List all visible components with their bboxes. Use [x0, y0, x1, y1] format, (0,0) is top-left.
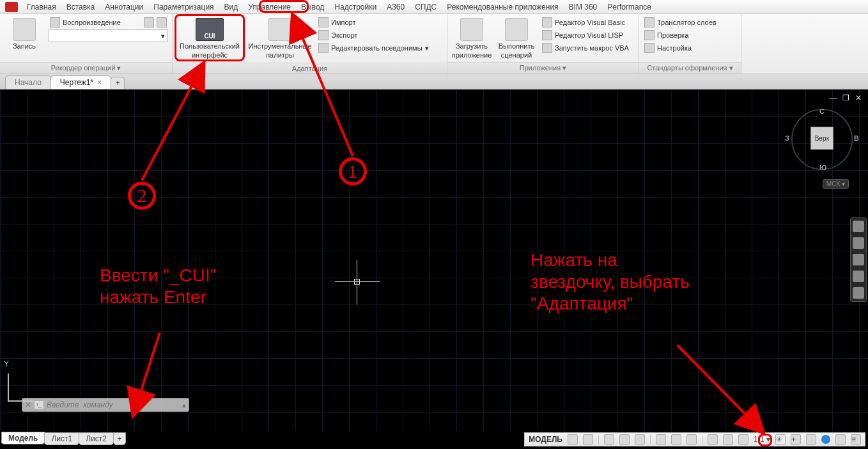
view-cube-face[interactable]: Верх: [810, 127, 833, 150]
macro-dropdown[interactable]: ▾: [49, 29, 168, 42]
play-extra2-icon[interactable]: [157, 17, 167, 28]
menu-item-annotate[interactable]: Аннотации: [100, 1, 148, 13]
layer-translator-button[interactable]: Транслятор слоев: [643, 17, 718, 28]
load-app-l2: приложение: [451, 51, 492, 59]
palettes-label1: Инструментальные: [247, 42, 313, 50]
tab-drawing1[interactable]: Чертеж1*×: [50, 75, 111, 89]
status-isodraft-icon[interactable]: [635, 434, 645, 445]
nav-zoom-icon[interactable]: [853, 254, 864, 265]
status-custom-icon[interactable]: ≡: [851, 434, 861, 445]
crosshair-cursor: [335, 260, 380, 304]
navigation-bar: [850, 217, 867, 302]
import-button[interactable]: Импорт: [317, 17, 430, 28]
panel-action-recorder: Запись Воспроизведение ▾ Рекордер операц…: [0, 14, 173, 74]
tool-palettes-button[interactable]: Инструментальные палитры: [247, 17, 313, 59]
menu-item-addins[interactable]: Надстройки: [329, 1, 382, 13]
status-osnap-icon[interactable]: [656, 434, 666, 445]
view-cube[interactable]: Верх С Ю З В МСК ▾: [791, 109, 853, 170]
menu-item-featured-apps[interactable]: Рекомендованные приложения: [442, 1, 563, 13]
tab-model[interactable]: Модель: [1, 432, 45, 445]
export-button[interactable]: Экспорт: [317, 29, 430, 41]
status-bar: МОДЕЛЬ 1:1 ▾ ✳ + ≡: [524, 432, 865, 446]
run-script-l2: сценарий: [496, 51, 537, 59]
menu-item-home[interactable]: Главная: [22, 1, 61, 13]
vbasic-button[interactable]: Редактор Visual Basic: [541, 17, 630, 28]
command-input[interactable]: [47, 400, 180, 409]
cmdline-prompt-icon[interactable]: ›_: [34, 400, 44, 409]
load-app-button[interactable]: Загрузить приложение: [451, 17, 492, 59]
nav-pan-icon[interactable]: [853, 237, 864, 249]
status-clean-icon[interactable]: [835, 434, 846, 445]
annotation-number-2: 2: [128, 182, 156, 210]
check-label: Проверка: [657, 31, 688, 39]
vlisp-button[interactable]: Редактор Visual LISP: [541, 29, 630, 41]
add-layout-button[interactable]: +: [113, 432, 126, 445]
run-script-button[interactable]: Выполнить сценарий: [496, 17, 537, 59]
status-anno2-icon[interactable]: [723, 434, 733, 445]
status-polar-icon[interactable]: [619, 434, 630, 445]
cmdline-history-icon[interactable]: ▴: [182, 400, 186, 409]
panel-title-standards[interactable]: Стандарты оформления: [647, 64, 732, 72]
menu-item-performance[interactable]: Performance: [602, 1, 656, 13]
run-script-icon: [505, 18, 528, 41]
annotation-text-gear: Нажать на звездочку, выбрать "Адаптация": [531, 249, 690, 315]
status-grid-icon[interactable]: [568, 434, 578, 445]
viewcube-e[interactable]: В: [854, 134, 859, 142]
edit-aliases-button[interactable]: Редактировать псевдонимы ▾: [317, 42, 430, 54]
panel-title-recorder[interactable]: Рекордер операций: [51, 64, 121, 72]
viewcube-n[interactable]: С: [819, 107, 825, 115]
annotation-box-cui-button: [174, 14, 245, 61]
annotation-text-cmd: Ввести "_CUI" нажать Enter: [100, 265, 217, 308]
menu-item-spds[interactable]: СПДС: [410, 1, 442, 13]
viewport-minimize-icon[interactable]: —: [828, 93, 837, 102]
tab-layout2[interactable]: Лист2: [79, 432, 114, 445]
vlisp-label: Редактор Visual LISP: [555, 31, 623, 39]
status-ortho-icon[interactable]: [604, 434, 614, 445]
vba-icon: [542, 43, 552, 53]
menu-item-bim360[interactable]: BIM 360: [564, 1, 603, 13]
aliases-icon: [318, 43, 329, 53]
play-extra-icon[interactable]: [144, 17, 154, 28]
viewport-restore-icon[interactable]: ❐: [841, 93, 850, 102]
nav-orbit-icon[interactable]: [853, 271, 864, 282]
status-snap-icon[interactable]: [583, 434, 593, 445]
viewcube-w[interactable]: З: [785, 134, 789, 142]
status-space[interactable]: МОДЕЛЬ: [529, 435, 562, 444]
nav-wheel-icon[interactable]: [853, 221, 864, 232]
status-anno3-icon[interactable]: [738, 434, 748, 445]
document-tabs: Начало Чертеж1*× +: [0, 74, 868, 90]
nav-showmotion-icon[interactable]: [853, 287, 864, 299]
configure-button[interactable]: Настройка: [643, 42, 718, 54]
vbasic-label: Редактор Visual Basic: [555, 19, 625, 26]
import-label: Импорт: [331, 19, 355, 26]
wcs-badge[interactable]: МСК ▾: [823, 179, 849, 189]
status-otrack-icon[interactable]: [671, 434, 681, 445]
check-button[interactable]: Проверка: [643, 29, 718, 41]
viewcube-s[interactable]: Ю: [819, 164, 826, 171]
command-line[interactable]: ✕ ›_ ▴: [22, 398, 189, 412]
menu-item-insert[interactable]: Вставка: [61, 1, 100, 13]
status-gear-icon[interactable]: ✳: [775, 434, 786, 445]
status-isolate-icon[interactable]: [806, 434, 816, 445]
tab-start[interactable]: Начало: [5, 75, 51, 89]
load-app-icon: [460, 18, 483, 41]
add-tab-button[interactable]: +: [111, 77, 125, 89]
status-anno-icon[interactable]: [708, 434, 718, 445]
tab-close-icon[interactable]: ×: [97, 78, 102, 87]
menu-item-a360[interactable]: A360: [382, 1, 410, 13]
panel-title-applications[interactable]: Приложения: [520, 64, 566, 72]
drawing-canvas[interactable]: — ❐ ✕ Верх С Ю З В МСК ▾ Y ✕ ›_ ▴: [0, 90, 868, 431]
viewport-close-icon[interactable]: ✕: [854, 93, 863, 102]
status-plus-icon[interactable]: +: [791, 434, 801, 445]
ribbon: Запись Воспроизведение ▾ Рекордер операц…: [0, 14, 868, 74]
status-lwt-icon[interactable]: [686, 434, 697, 445]
menu-item-parametric[interactable]: Параметризация: [148, 1, 219, 13]
cmdline-close-icon[interactable]: ✕: [25, 400, 31, 409]
tab-layout1[interactable]: Лист1: [44, 432, 79, 445]
play-button[interactable]: Воспроизведение: [49, 17, 168, 28]
menu-item-view[interactable]: Вид: [219, 1, 244, 13]
vba-macro-button[interactable]: Запустить макрос VBA: [541, 42, 630, 54]
menu-bar: Главная Вставка Аннотации Параметризация…: [0, 0, 868, 14]
record-button[interactable]: Запись: [4, 17, 45, 50]
status-cloud-icon[interactable]: [821, 435, 830, 444]
